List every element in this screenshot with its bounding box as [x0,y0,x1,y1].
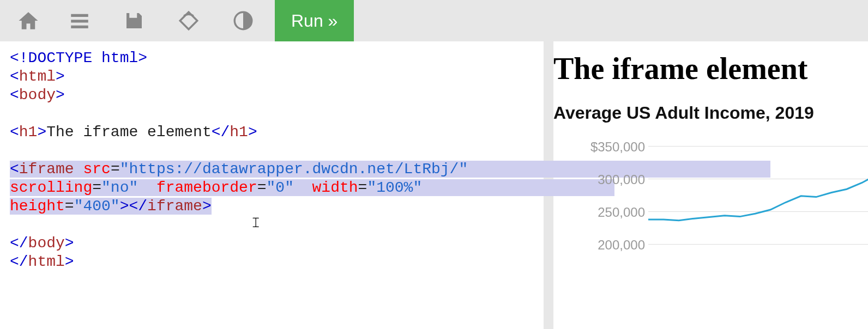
code-token: < [10,124,19,141]
code-token: > [202,198,212,215]
code-token [74,161,83,178]
menu-button[interactable] [52,0,107,41]
code-token: = [65,198,74,215]
code-token: html [28,253,65,270]
code-token: > [37,124,46,141]
rotate-button[interactable] [161,0,216,41]
contrast-icon [232,9,255,32]
code-token: > [56,87,65,103]
code-token: > [65,235,74,252]
code-token: height [10,198,65,215]
rotate-icon [177,9,200,32]
svg-rect-1 [71,20,88,22]
code-token: "no" [101,179,138,196]
code-token: scrolling [10,179,92,196]
chart-title: Average US Adult Income, 2019 [553,102,868,123]
code-token: body [28,235,65,252]
code-token: "0" [267,179,294,196]
save-icon [123,9,146,32]
code-token [138,179,156,196]
code-token: h1 [230,124,248,141]
code-token: </ [10,235,28,252]
code-token: body [19,87,56,103]
save-button[interactable] [107,0,161,41]
ytick-label: 300,000 [558,172,645,187]
svg-rect-2 [71,26,88,28]
code-token: </ [10,253,28,270]
code-token: < [10,161,19,178]
code-token: "400" [74,198,120,215]
home-button[interactable] [4,0,52,41]
code-token: </ [129,198,147,215]
code-token: < [10,68,19,85]
text-cursor-icon: 𝙸 [251,215,261,231]
code-token: The iframe element [46,124,211,141]
menu-icon [68,9,91,32]
code-token: src [83,161,110,178]
code-token: h1 [19,124,38,141]
code-token: </ [212,124,230,141]
ytick-label: 250,000 [558,205,645,220]
code-token [294,179,312,196]
main-split: <!DOCTYPE html> <html> <body> <h1>The if… [0,41,868,329]
code-token: <!DOCTYPE html> [10,50,147,66]
code-token: > [56,68,65,85]
code-token: > [248,124,257,141]
code-token: > [120,198,129,215]
code-token: = [92,179,101,196]
preview-pane: The iframe element Average US Adult Inco… [553,41,868,329]
ytick-label: $350,000 [558,139,645,155]
chart-line [648,139,868,281]
preview-heading: The iframe element [553,51,868,86]
code-token: "https://datawrapper.dwcdn.net/LtRbj/" [120,161,468,178]
run-button[interactable]: Run » [275,0,354,41]
code-token: = [257,179,267,196]
chart: $350,000 300,000 250,000 200,000 [553,139,868,281]
code-token: = [358,179,367,196]
code-token: iframe [147,198,202,215]
ytick-label: 200,000 [558,237,645,253]
contrast-button[interactable] [216,0,270,41]
code-token: width [312,179,358,196]
code-content: <!DOCTYPE html> <html> <body> <h1>The if… [10,49,544,271]
code-token: = [111,161,120,178]
code-token: > [65,253,74,270]
code-token: frameborder [156,179,257,196]
home-icon [17,9,40,32]
code-token: html [19,68,56,85]
code-token: < [10,87,19,103]
toolbar: Run » [0,0,868,41]
svg-rect-0 [71,14,88,17]
code-editor[interactable]: <!DOCTYPE html> <html> <body> <h1>The if… [0,41,553,329]
code-token: iframe [19,161,74,178]
run-button-label: Run » [291,11,337,31]
code-token: "100%" [367,179,422,196]
